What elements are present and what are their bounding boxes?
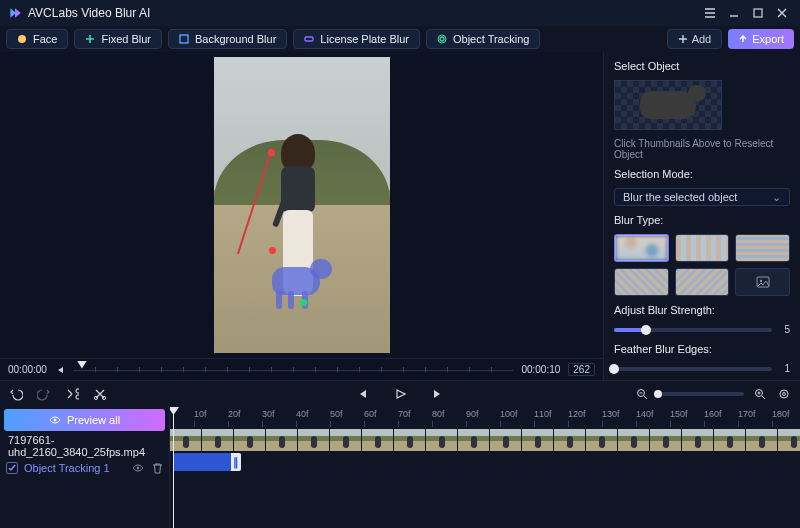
zoom-out-button[interactable] xyxy=(634,386,650,402)
side-panel: Select Object Click Thumbnails Above to … xyxy=(603,52,800,380)
preview-all-button[interactable]: Preview all xyxy=(4,409,165,431)
slider-knob[interactable] xyxy=(641,325,651,335)
zoom-slider[interactable] xyxy=(658,392,744,396)
playhead-icon[interactable] xyxy=(77,361,87,369)
timeline-thumb xyxy=(682,429,714,451)
time-start: 00:00:00 xyxy=(8,364,47,375)
chip-label: Face xyxy=(33,33,57,45)
timeline-thumb xyxy=(298,429,330,451)
ruler-tick: 140f xyxy=(636,409,654,419)
blur-type-custom-image[interactable] xyxy=(735,268,790,296)
ruler-tick: 100f xyxy=(500,409,518,419)
blur-type-pixel[interactable] xyxy=(675,234,730,262)
chip-license-plate-blur[interactable]: License Plate Blur xyxy=(293,29,420,49)
split-button[interactable] xyxy=(64,386,80,402)
chip-label: Fixed Blur xyxy=(101,33,151,45)
object-thumbnail[interactable] xyxy=(614,80,722,130)
preview-all-label: Preview all xyxy=(67,414,120,426)
next-frame-button[interactable] xyxy=(430,386,446,402)
background-blur-icon xyxy=(179,34,189,44)
timeline-playhead[interactable] xyxy=(173,407,174,528)
timeline-thumb xyxy=(522,429,554,451)
undo-button[interactable] xyxy=(8,386,24,402)
ruler-tick: 160f xyxy=(704,409,722,419)
chip-label: Object Tracking xyxy=(453,33,529,45)
zoom-in-button[interactable] xyxy=(752,386,768,402)
timeline-thumbnails xyxy=(170,429,800,451)
add-button[interactable]: Add xyxy=(667,29,723,49)
slider-knob[interactable] xyxy=(654,390,662,398)
ruler-tick: 90f xyxy=(466,409,479,419)
timeline-thumb xyxy=(490,429,522,451)
track-visibility-icon[interactable] xyxy=(132,462,144,474)
chevron-down-icon: ⌄ xyxy=(772,191,781,204)
ruler-tick: 30f xyxy=(262,409,275,419)
timeline-thumb xyxy=(266,429,298,451)
slider-knob[interactable] xyxy=(609,364,619,374)
timeline-thumb xyxy=(554,429,586,451)
menu-icon[interactable] xyxy=(698,3,722,23)
timeline-ruler[interactable]: 10f20f30f40f50f60f70f80f90f100f110f120f1… xyxy=(170,407,800,429)
ruler-tick: 170f xyxy=(738,409,756,419)
ruler-tick: 60f xyxy=(364,409,377,419)
svg-point-12 xyxy=(780,390,788,398)
ruler-tick: 70f xyxy=(398,409,411,419)
image-icon xyxy=(756,275,770,289)
chip-object-tracking[interactable]: Object Tracking xyxy=(426,29,540,49)
minimize-button[interactable] xyxy=(722,3,746,23)
timeline-left-panel: Preview all 7197661-uhd_2160_3840_25fps.… xyxy=(0,407,170,528)
blur-type-streak-diag2[interactable] xyxy=(675,268,730,296)
blur-type-gaussian[interactable] xyxy=(614,234,669,262)
chip-label: License Plate Blur xyxy=(320,33,409,45)
cut-button[interactable] xyxy=(92,386,108,402)
maximize-button[interactable] xyxy=(746,3,770,23)
selection-mode-select[interactable]: Blur the selected object ⌄ xyxy=(614,188,790,206)
prev-frame-button[interactable] xyxy=(354,386,370,402)
selection-mode-label: Selection Mode: xyxy=(614,168,790,180)
time-end: 00:00:10 xyxy=(521,364,560,375)
ruler-tick: 110f xyxy=(534,409,552,419)
track-delete-icon[interactable] xyxy=(152,462,163,474)
video-frame xyxy=(214,57,390,353)
tracked-object-overlay xyxy=(266,257,328,313)
chip-background-blur[interactable]: Background Blur xyxy=(168,29,287,49)
strength-value: 5 xyxy=(780,324,790,335)
app-logo-icon xyxy=(8,6,22,20)
blur-type-streak-diag1[interactable] xyxy=(614,268,669,296)
chip-face[interactable]: Face xyxy=(6,29,68,49)
timeline-tracks[interactable]: 10f20f30f40f50f60f70f80f90f100f110f120f1… xyxy=(170,407,800,528)
title-bar: AVCLabs Video Blur AI xyxy=(0,0,800,26)
timeline-thumb xyxy=(234,429,266,451)
track-checkbox[interactable] xyxy=(6,462,18,474)
svg-rect-0 xyxy=(754,9,762,17)
feather-slider[interactable] xyxy=(614,367,772,371)
negative-marker-icon xyxy=(268,149,275,156)
clip-object-tracking-1[interactable]: ∥ xyxy=(173,453,241,471)
timeline-track-1[interactable]: ∥ xyxy=(170,451,800,473)
step-back-icon[interactable] xyxy=(55,365,65,375)
fixed-blur-icon xyxy=(85,34,95,44)
track-row[interactable]: Object Tracking 1 xyxy=(0,457,169,479)
timeline-thumb xyxy=(330,429,362,451)
chip-fixed-blur[interactable]: Fixed Blur xyxy=(74,29,162,49)
feather-label: Feather Blur Edges: xyxy=(614,343,790,355)
timeline-thumb xyxy=(170,429,202,451)
clip-handle[interactable]: ∥ xyxy=(231,453,241,471)
redo-button[interactable] xyxy=(36,386,52,402)
strength-label: Adjust Blur Strength: xyxy=(614,304,790,316)
zoom-fit-button[interactable] xyxy=(776,386,792,402)
close-button[interactable] xyxy=(770,3,794,23)
svg-point-5 xyxy=(438,35,446,43)
preview-canvas[interactable] xyxy=(0,52,603,358)
export-button[interactable]: Export xyxy=(728,29,794,49)
preview-scrubber[interactable] xyxy=(73,363,513,377)
play-button[interactable] xyxy=(392,386,408,402)
positive-marker-icon xyxy=(300,299,307,306)
timeline-thumb xyxy=(778,429,800,451)
timeline-thumb xyxy=(426,429,458,451)
strength-slider[interactable] xyxy=(614,328,772,332)
file-name: 7197661-uhd_2160_3840_25fps.mp4 xyxy=(0,435,169,457)
frame-count: 262 xyxy=(568,363,595,376)
blur-type-streak-horizontal[interactable] xyxy=(735,234,790,262)
license-plate-icon xyxy=(304,34,314,44)
